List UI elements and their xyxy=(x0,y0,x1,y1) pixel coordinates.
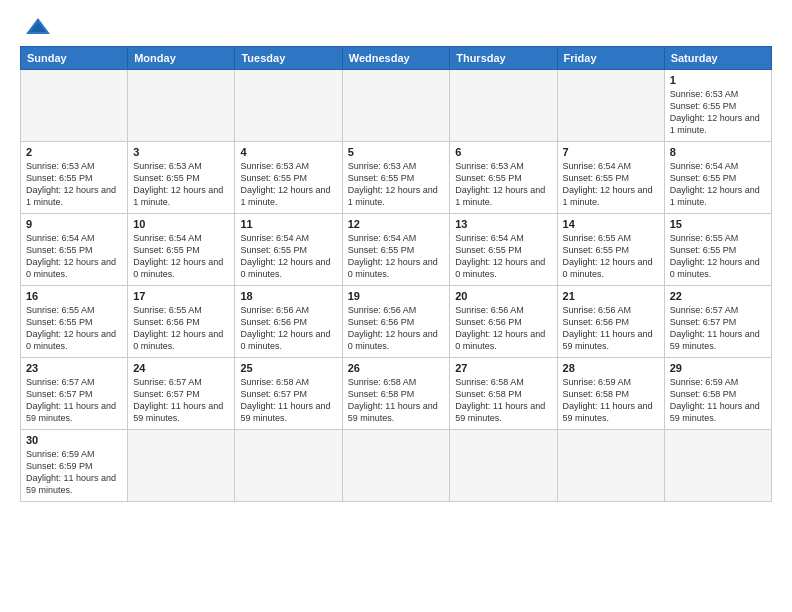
calendar-cell: 24Sunrise: 6:57 AMSunset: 6:57 PMDayligh… xyxy=(128,358,235,430)
day-info: Sunrise: 6:54 AMSunset: 6:55 PMDaylight:… xyxy=(563,160,659,209)
weekday-header-thursday: Thursday xyxy=(450,47,557,70)
day-info: Sunrise: 6:57 AMSunset: 6:57 PMDaylight:… xyxy=(133,376,229,425)
weekday-header-row: SundayMondayTuesdayWednesdayThursdayFrid… xyxy=(21,47,772,70)
day-number: 19 xyxy=(348,290,445,302)
day-info: Sunrise: 6:56 AMSunset: 6:56 PMDaylight:… xyxy=(455,304,551,353)
day-info: Sunrise: 6:53 AMSunset: 6:55 PMDaylight:… xyxy=(26,160,122,209)
day-number: 9 xyxy=(26,218,122,230)
day-number: 23 xyxy=(26,362,122,374)
day-number: 2 xyxy=(26,146,122,158)
calendar-cell: 22Sunrise: 6:57 AMSunset: 6:57 PMDayligh… xyxy=(664,286,771,358)
calendar-cell: 7Sunrise: 6:54 AMSunset: 6:55 PMDaylight… xyxy=(557,142,664,214)
calendar-cell: 3Sunrise: 6:53 AMSunset: 6:55 PMDaylight… xyxy=(128,142,235,214)
calendar-cell: 21Sunrise: 6:56 AMSunset: 6:56 PMDayligh… xyxy=(557,286,664,358)
calendar-cell: 29Sunrise: 6:59 AMSunset: 6:58 PMDayligh… xyxy=(664,358,771,430)
calendar-cell: 16Sunrise: 6:55 AMSunset: 6:55 PMDayligh… xyxy=(21,286,128,358)
day-number: 17 xyxy=(133,290,229,302)
day-number: 22 xyxy=(670,290,766,302)
calendar-cell xyxy=(128,430,235,502)
calendar-cell: 5Sunrise: 6:53 AMSunset: 6:55 PMDaylight… xyxy=(342,142,450,214)
day-number: 30 xyxy=(26,434,122,446)
calendar-week-3: 16Sunrise: 6:55 AMSunset: 6:55 PMDayligh… xyxy=(21,286,772,358)
day-number: 12 xyxy=(348,218,445,230)
calendar-cell xyxy=(450,70,557,142)
day-number: 13 xyxy=(455,218,551,230)
calendar-week-0: 1Sunrise: 6:53 AMSunset: 6:55 PMDaylight… xyxy=(21,70,772,142)
page-header xyxy=(20,16,772,36)
day-info: Sunrise: 6:55 AMSunset: 6:55 PMDaylight:… xyxy=(563,232,659,281)
day-info: Sunrise: 6:57 AMSunset: 6:57 PMDaylight:… xyxy=(26,376,122,425)
day-info: Sunrise: 6:55 AMSunset: 6:55 PMDaylight:… xyxy=(26,304,122,353)
day-number: 29 xyxy=(670,362,766,374)
calendar-cell xyxy=(235,430,342,502)
weekday-header-friday: Friday xyxy=(557,47,664,70)
calendar-cell: 28Sunrise: 6:59 AMSunset: 6:58 PMDayligh… xyxy=(557,358,664,430)
calendar-cell: 12Sunrise: 6:54 AMSunset: 6:55 PMDayligh… xyxy=(342,214,450,286)
day-info: Sunrise: 6:56 AMSunset: 6:56 PMDaylight:… xyxy=(348,304,445,353)
day-info: Sunrise: 6:57 AMSunset: 6:57 PMDaylight:… xyxy=(670,304,766,353)
day-info: Sunrise: 6:53 AMSunset: 6:55 PMDaylight:… xyxy=(240,160,336,209)
calendar-cell: 27Sunrise: 6:58 AMSunset: 6:58 PMDayligh… xyxy=(450,358,557,430)
calendar-cell: 11Sunrise: 6:54 AMSunset: 6:55 PMDayligh… xyxy=(235,214,342,286)
day-info: Sunrise: 6:54 AMSunset: 6:55 PMDaylight:… xyxy=(240,232,336,281)
day-info: Sunrise: 6:53 AMSunset: 6:55 PMDaylight:… xyxy=(133,160,229,209)
calendar-cell: 10Sunrise: 6:54 AMSunset: 6:55 PMDayligh… xyxy=(128,214,235,286)
weekday-header-monday: Monday xyxy=(128,47,235,70)
day-info: Sunrise: 6:56 AMSunset: 6:56 PMDaylight:… xyxy=(240,304,336,353)
day-info: Sunrise: 6:54 AMSunset: 6:55 PMDaylight:… xyxy=(26,232,122,281)
day-number: 24 xyxy=(133,362,229,374)
day-info: Sunrise: 6:54 AMSunset: 6:55 PMDaylight:… xyxy=(455,232,551,281)
calendar-cell: 1Sunrise: 6:53 AMSunset: 6:55 PMDaylight… xyxy=(664,70,771,142)
day-number: 7 xyxy=(563,146,659,158)
day-number: 20 xyxy=(455,290,551,302)
calendar-week-4: 23Sunrise: 6:57 AMSunset: 6:57 PMDayligh… xyxy=(21,358,772,430)
calendar-week-2: 9Sunrise: 6:54 AMSunset: 6:55 PMDaylight… xyxy=(21,214,772,286)
day-number: 25 xyxy=(240,362,336,374)
day-info: Sunrise: 6:55 AMSunset: 6:55 PMDaylight:… xyxy=(670,232,766,281)
day-number: 28 xyxy=(563,362,659,374)
calendar-cell xyxy=(235,70,342,142)
calendar-cell: 23Sunrise: 6:57 AMSunset: 6:57 PMDayligh… xyxy=(21,358,128,430)
day-number: 8 xyxy=(670,146,766,158)
calendar-cell xyxy=(128,70,235,142)
calendar-cell xyxy=(21,70,128,142)
calendar-cell xyxy=(557,70,664,142)
day-info: Sunrise: 6:53 AMSunset: 6:55 PMDaylight:… xyxy=(348,160,445,209)
day-number: 21 xyxy=(563,290,659,302)
calendar-cell: 26Sunrise: 6:58 AMSunset: 6:58 PMDayligh… xyxy=(342,358,450,430)
calendar-cell: 17Sunrise: 6:55 AMSunset: 6:56 PMDayligh… xyxy=(128,286,235,358)
calendar-cell: 13Sunrise: 6:54 AMSunset: 6:55 PMDayligh… xyxy=(450,214,557,286)
day-number: 11 xyxy=(240,218,336,230)
day-number: 4 xyxy=(240,146,336,158)
day-number: 15 xyxy=(670,218,766,230)
calendar-cell: 20Sunrise: 6:56 AMSunset: 6:56 PMDayligh… xyxy=(450,286,557,358)
day-number: 26 xyxy=(348,362,445,374)
day-number: 3 xyxy=(133,146,229,158)
calendar-cell xyxy=(450,430,557,502)
calendar-cell xyxy=(664,430,771,502)
day-number: 27 xyxy=(455,362,551,374)
day-number: 6 xyxy=(455,146,551,158)
day-number: 18 xyxy=(240,290,336,302)
calendar-cell: 9Sunrise: 6:54 AMSunset: 6:55 PMDaylight… xyxy=(21,214,128,286)
calendar-cell xyxy=(342,70,450,142)
weekday-header-sunday: Sunday xyxy=(21,47,128,70)
weekday-header-wednesday: Wednesday xyxy=(342,47,450,70)
calendar-cell: 15Sunrise: 6:55 AMSunset: 6:55 PMDayligh… xyxy=(664,214,771,286)
calendar-cell: 19Sunrise: 6:56 AMSunset: 6:56 PMDayligh… xyxy=(342,286,450,358)
day-info: Sunrise: 6:58 AMSunset: 6:58 PMDaylight:… xyxy=(455,376,551,425)
day-info: Sunrise: 6:54 AMSunset: 6:55 PMDaylight:… xyxy=(348,232,445,281)
day-info: Sunrise: 6:58 AMSunset: 6:58 PMDaylight:… xyxy=(348,376,445,425)
calendar-cell xyxy=(342,430,450,502)
day-info: Sunrise: 6:53 AMSunset: 6:55 PMDaylight:… xyxy=(455,160,551,209)
calendar-cell xyxy=(557,430,664,502)
day-info: Sunrise: 6:58 AMSunset: 6:57 PMDaylight:… xyxy=(240,376,336,425)
day-number: 1 xyxy=(670,74,766,86)
calendar-week-5: 30Sunrise: 6:59 AMSunset: 6:59 PMDayligh… xyxy=(21,430,772,502)
day-info: Sunrise: 6:59 AMSunset: 6:58 PMDaylight:… xyxy=(563,376,659,425)
day-number: 10 xyxy=(133,218,229,230)
calendar-cell: 30Sunrise: 6:59 AMSunset: 6:59 PMDayligh… xyxy=(21,430,128,502)
calendar-cell: 2Sunrise: 6:53 AMSunset: 6:55 PMDaylight… xyxy=(21,142,128,214)
calendar-cell: 18Sunrise: 6:56 AMSunset: 6:56 PMDayligh… xyxy=(235,286,342,358)
day-info: Sunrise: 6:54 AMSunset: 6:55 PMDaylight:… xyxy=(670,160,766,209)
